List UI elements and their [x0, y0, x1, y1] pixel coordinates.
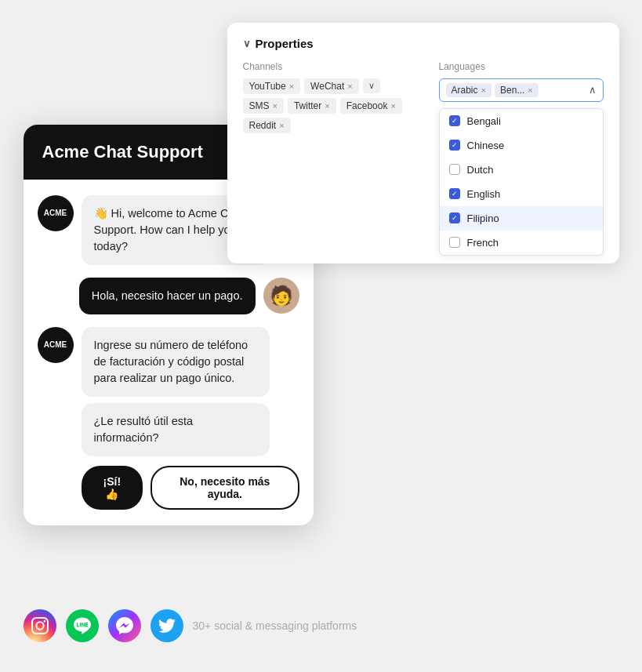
lang-tag-arabic[interactable]: Arabic × — [446, 83, 491, 97]
lang-item-label: Chinese — [467, 140, 505, 151]
remove-wechat-icon[interactable]: × — [347, 82, 352, 91]
properties-panel: ∨ Properties Channels YouTube × WeChat ×… — [227, 23, 619, 263]
chat-title: Acme Chat Support — [42, 142, 203, 162]
remove-sms-icon[interactable]: × — [273, 101, 277, 111]
lang-tag-label: Ben... — [500, 85, 524, 96]
line-icon[interactable] — [66, 609, 99, 642]
user-message: Hola, necesito hacer un pago. — [92, 289, 243, 302]
lang-item-label: Bengali — [467, 115, 501, 127]
lang-item-french[interactable]: French — [440, 231, 603, 255]
lang-checkbox-dutch[interactable] — [449, 164, 460, 175]
languages-selector[interactable]: Arabic × Ben... × ∧ — [439, 78, 604, 102]
lang-checkbox-french[interactable] — [449, 237, 460, 248]
lang-checkbox-filipino[interactable]: ✓ — [449, 212, 460, 223]
yes-button[interactable]: ¡Sí! 👍 — [82, 466, 143, 510]
properties-header: ∨ Properties — [243, 37, 604, 50]
languages-section: Languages Arabic × Ben... × ∧ ✓ Beng — [439, 61, 604, 256]
bot-message-1: 👋 Hi, welcome to Acme Chat Support. How … — [94, 207, 245, 252]
lang-item-filipino[interactable]: ✓ Filipino — [440, 206, 603, 231]
languages-label: Languages — [439, 61, 604, 72]
channel-tag-reddit[interactable]: Reddit × — [243, 118, 291, 133]
channel-tag-facebook[interactable]: Facebook × — [340, 98, 402, 114]
languages-dropdown: ✓ Bengali ✓ Chinese Dutch ✓ English — [439, 108, 604, 256]
lang-item-label: Filipino — [467, 212, 499, 224]
lang-checkbox-english[interactable]: ✓ — [449, 188, 460, 199]
bot-avatar-2: ACME — [38, 327, 74, 363]
bot-message-group: Ingrese su número de teléfono de factura… — [82, 327, 299, 510]
lang-item-english[interactable]: ✓ English — [440, 182, 603, 206]
messenger-icon[interactable] — [108, 609, 141, 642]
lang-item-label: English — [467, 188, 501, 200]
remove-twitter-icon[interactable]: × — [325, 101, 329, 111]
channel-tag-label: Reddit — [249, 120, 277, 131]
languages-dropdown-toggle[interactable]: ∧ — [589, 84, 597, 96]
action-buttons: ¡Sí! 👍 No, necesito más ayuda. — [82, 466, 299, 510]
social-text: 30+ social & messaging platforms — [193, 619, 357, 632]
remove-arabic-icon[interactable]: × — [481, 85, 486, 95]
remove-facebook-icon[interactable]: × — [390, 101, 395, 111]
channels-dropdown-toggle[interactable]: ∨ — [363, 78, 380, 93]
channels-label: Channels — [243, 61, 415, 72]
bot-message-2: Ingrese su número de teléfono de factura… — [94, 339, 248, 384]
remove-youtube-icon[interactable]: × — [289, 82, 294, 91]
channel-tag-label: Facebook — [346, 100, 388, 111]
lang-item-bengali[interactable]: ✓ Bengali — [440, 109, 603, 133]
chevron-icon[interactable]: ∨ — [243, 38, 251, 49]
lang-tag-label: Arabic — [452, 85, 478, 96]
bot-avatar: ACME — [38, 195, 74, 231]
channel-tag-sms[interactable]: SMS × — [243, 98, 284, 114]
instagram-icon[interactable] — [24, 609, 56, 642]
lang-item-label: French — [467, 237, 499, 249]
channel-tag-label: YouTube — [249, 81, 286, 92]
bot-bubble-2: Ingrese su número de teléfono de factura… — [82, 327, 270, 397]
no-button[interactable]: No, necesito más ayuda. — [151, 466, 299, 510]
channels-tags: YouTube × WeChat × ∨ SMS × Twitter × — [243, 78, 415, 133]
lang-item-dutch[interactable]: Dutch — [440, 158, 603, 182]
user-bubble: Hola, necesito hacer un pago. — [79, 278, 256, 314]
channel-tag-youtube[interactable]: YouTube × — [243, 78, 301, 94]
lang-item-chinese[interactable]: ✓ Chinese — [440, 133, 603, 158]
bot-bubble-3: ¿Le resultó útil esta información? — [82, 403, 270, 456]
lang-checkbox-bengali[interactable]: ✓ — [449, 115, 460, 126]
channel-tag-label: WeChat — [310, 81, 344, 92]
channels-section: Channels YouTube × WeChat × ∨ SMS × — [243, 61, 415, 256]
remove-bengali-icon[interactable]: × — [528, 85, 532, 95]
channel-tag-label: SMS — [249, 100, 270, 111]
twitter-icon[interactable] — [151, 609, 183, 642]
channel-tag-twitter[interactable]: Twitter × — [288, 98, 336, 114]
bot-message-3: ¿Le resultó útil esta información? — [94, 415, 194, 444]
message-row-2: 🧑 Hola, necesito hacer un pago. — [38, 278, 299, 314]
channel-tag-wechat[interactable]: WeChat × — [304, 78, 359, 94]
lang-item-label: Dutch — [467, 164, 494, 176]
lang-checkbox-chinese[interactable]: ✓ — [449, 140, 460, 151]
channel-tag-label: Twitter — [294, 100, 321, 111]
user-avatar: 🧑 — [263, 278, 299, 314]
message-row-3: ACME Ingrese su número de teléfono de fa… — [38, 327, 299, 510]
lang-tag-bengali-short[interactable]: Ben... × — [495, 83, 539, 97]
social-bar: 30+ social & messaging platforms — [24, 609, 357, 642]
properties-title: Properties — [256, 37, 314, 50]
remove-reddit-icon[interactable]: × — [279, 121, 284, 130]
